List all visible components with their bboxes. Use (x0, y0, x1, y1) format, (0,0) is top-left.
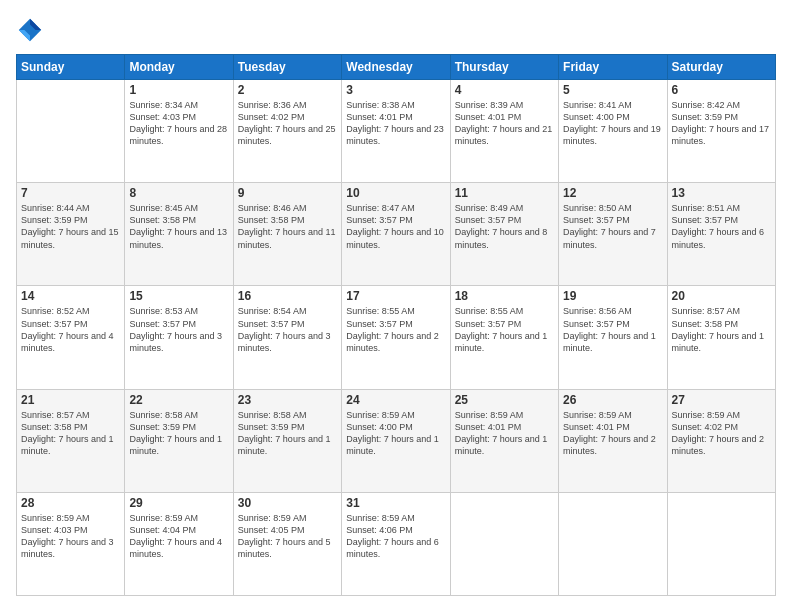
day-number: 21 (21, 393, 120, 407)
calendar-cell: 19Sunrise: 8:56 AM Sunset: 3:57 PM Dayli… (559, 286, 667, 389)
day-number: 1 (129, 83, 228, 97)
day-number: 4 (455, 83, 554, 97)
day-number: 8 (129, 186, 228, 200)
day-number: 26 (563, 393, 662, 407)
week-row-2: 14Sunrise: 8:52 AM Sunset: 3:57 PM Dayli… (17, 286, 776, 389)
calendar-cell: 5Sunrise: 8:41 AM Sunset: 4:00 PM Daylig… (559, 80, 667, 183)
calendar-cell: 28Sunrise: 8:59 AM Sunset: 4:03 PM Dayli… (17, 492, 125, 595)
day-number: 27 (672, 393, 771, 407)
day-number: 23 (238, 393, 337, 407)
cell-info: Sunrise: 8:39 AM Sunset: 4:01 PM Dayligh… (455, 99, 554, 148)
calendar-cell: 18Sunrise: 8:55 AM Sunset: 3:57 PM Dayli… (450, 286, 558, 389)
week-row-1: 7Sunrise: 8:44 AM Sunset: 3:59 PM Daylig… (17, 183, 776, 286)
weekday-header-saturday: Saturday (667, 55, 775, 80)
calendar-cell: 1Sunrise: 8:34 AM Sunset: 4:03 PM Daylig… (125, 80, 233, 183)
cell-info: Sunrise: 8:52 AM Sunset: 3:57 PM Dayligh… (21, 305, 120, 354)
calendar-cell: 11Sunrise: 8:49 AM Sunset: 3:57 PM Dayli… (450, 183, 558, 286)
cell-info: Sunrise: 8:50 AM Sunset: 3:57 PM Dayligh… (563, 202, 662, 251)
cell-info: Sunrise: 8:59 AM Sunset: 4:00 PM Dayligh… (346, 409, 445, 458)
cell-info: Sunrise: 8:45 AM Sunset: 3:58 PM Dayligh… (129, 202, 228, 251)
weekday-header-wednesday: Wednesday (342, 55, 450, 80)
calendar-cell: 29Sunrise: 8:59 AM Sunset: 4:04 PM Dayli… (125, 492, 233, 595)
weekday-header-thursday: Thursday (450, 55, 558, 80)
weekday-header-row: SundayMondayTuesdayWednesdayThursdayFrid… (17, 55, 776, 80)
day-number: 10 (346, 186, 445, 200)
calendar-cell: 15Sunrise: 8:53 AM Sunset: 3:57 PM Dayli… (125, 286, 233, 389)
cell-info: Sunrise: 8:59 AM Sunset: 4:03 PM Dayligh… (21, 512, 120, 561)
day-number: 22 (129, 393, 228, 407)
day-number: 9 (238, 186, 337, 200)
calendar-cell: 31Sunrise: 8:59 AM Sunset: 4:06 PM Dayli… (342, 492, 450, 595)
calendar-cell: 2Sunrise: 8:36 AM Sunset: 4:02 PM Daylig… (233, 80, 341, 183)
week-row-4: 28Sunrise: 8:59 AM Sunset: 4:03 PM Dayli… (17, 492, 776, 595)
cell-info: Sunrise: 8:59 AM Sunset: 4:05 PM Dayligh… (238, 512, 337, 561)
cell-info: Sunrise: 8:58 AM Sunset: 3:59 PM Dayligh… (238, 409, 337, 458)
calendar-cell: 7Sunrise: 8:44 AM Sunset: 3:59 PM Daylig… (17, 183, 125, 286)
calendar-cell: 17Sunrise: 8:55 AM Sunset: 3:57 PM Dayli… (342, 286, 450, 389)
weekday-header-friday: Friday (559, 55, 667, 80)
cell-info: Sunrise: 8:53 AM Sunset: 3:57 PM Dayligh… (129, 305, 228, 354)
cell-info: Sunrise: 8:59 AM Sunset: 4:02 PM Dayligh… (672, 409, 771, 458)
logo (16, 16, 46, 44)
calendar-cell: 23Sunrise: 8:58 AM Sunset: 3:59 PM Dayli… (233, 389, 341, 492)
day-number: 28 (21, 496, 120, 510)
calendar-cell: 8Sunrise: 8:45 AM Sunset: 3:58 PM Daylig… (125, 183, 233, 286)
cell-info: Sunrise: 8:44 AM Sunset: 3:59 PM Dayligh… (21, 202, 120, 251)
cell-info: Sunrise: 8:59 AM Sunset: 4:01 PM Dayligh… (563, 409, 662, 458)
day-number: 31 (346, 496, 445, 510)
cell-info: Sunrise: 8:58 AM Sunset: 3:59 PM Dayligh… (129, 409, 228, 458)
day-number: 6 (672, 83, 771, 97)
calendar-cell: 25Sunrise: 8:59 AM Sunset: 4:01 PM Dayli… (450, 389, 558, 492)
cell-info: Sunrise: 8:57 AM Sunset: 3:58 PM Dayligh… (672, 305, 771, 354)
cell-info: Sunrise: 8:46 AM Sunset: 3:58 PM Dayligh… (238, 202, 337, 251)
calendar-cell: 24Sunrise: 8:59 AM Sunset: 4:00 PM Dayli… (342, 389, 450, 492)
day-number: 15 (129, 289, 228, 303)
weekday-header-sunday: Sunday (17, 55, 125, 80)
day-number: 20 (672, 289, 771, 303)
day-number: 29 (129, 496, 228, 510)
cell-info: Sunrise: 8:38 AM Sunset: 4:01 PM Dayligh… (346, 99, 445, 148)
logo-icon (16, 16, 44, 44)
day-number: 30 (238, 496, 337, 510)
cell-info: Sunrise: 8:47 AM Sunset: 3:57 PM Dayligh… (346, 202, 445, 251)
day-number: 7 (21, 186, 120, 200)
day-number: 17 (346, 289, 445, 303)
calendar-cell: 12Sunrise: 8:50 AM Sunset: 3:57 PM Dayli… (559, 183, 667, 286)
weekday-header-tuesday: Tuesday (233, 55, 341, 80)
calendar-table: SundayMondayTuesdayWednesdayThursdayFrid… (16, 54, 776, 596)
day-number: 18 (455, 289, 554, 303)
day-number: 5 (563, 83, 662, 97)
calendar-cell: 14Sunrise: 8:52 AM Sunset: 3:57 PM Dayli… (17, 286, 125, 389)
cell-info: Sunrise: 8:49 AM Sunset: 3:57 PM Dayligh… (455, 202, 554, 251)
calendar-cell: 13Sunrise: 8:51 AM Sunset: 3:57 PM Dayli… (667, 183, 775, 286)
day-number: 12 (563, 186, 662, 200)
cell-info: Sunrise: 8:57 AM Sunset: 3:58 PM Dayligh… (21, 409, 120, 458)
calendar-cell: 26Sunrise: 8:59 AM Sunset: 4:01 PM Dayli… (559, 389, 667, 492)
cell-info: Sunrise: 8:51 AM Sunset: 3:57 PM Dayligh… (672, 202, 771, 251)
calendar-cell: 30Sunrise: 8:59 AM Sunset: 4:05 PM Dayli… (233, 492, 341, 595)
cell-info: Sunrise: 8:59 AM Sunset: 4:01 PM Dayligh… (455, 409, 554, 458)
day-number: 24 (346, 393, 445, 407)
calendar-cell: 20Sunrise: 8:57 AM Sunset: 3:58 PM Dayli… (667, 286, 775, 389)
day-number: 25 (455, 393, 554, 407)
calendar-cell (450, 492, 558, 595)
calendar-cell: 16Sunrise: 8:54 AM Sunset: 3:57 PM Dayli… (233, 286, 341, 389)
calendar-cell: 4Sunrise: 8:39 AM Sunset: 4:01 PM Daylig… (450, 80, 558, 183)
day-number: 3 (346, 83, 445, 97)
week-row-3: 21Sunrise: 8:57 AM Sunset: 3:58 PM Dayli… (17, 389, 776, 492)
day-number: 13 (672, 186, 771, 200)
calendar-cell (17, 80, 125, 183)
calendar-cell: 10Sunrise: 8:47 AM Sunset: 3:57 PM Dayli… (342, 183, 450, 286)
page: SundayMondayTuesdayWednesdayThursdayFrid… (0, 0, 792, 612)
week-row-0: 1Sunrise: 8:34 AM Sunset: 4:03 PM Daylig… (17, 80, 776, 183)
header (16, 16, 776, 44)
cell-info: Sunrise: 8:55 AM Sunset: 3:57 PM Dayligh… (346, 305, 445, 354)
cell-info: Sunrise: 8:56 AM Sunset: 3:57 PM Dayligh… (563, 305, 662, 354)
day-number: 19 (563, 289, 662, 303)
weekday-header-monday: Monday (125, 55, 233, 80)
cell-info: Sunrise: 8:36 AM Sunset: 4:02 PM Dayligh… (238, 99, 337, 148)
cell-info: Sunrise: 8:55 AM Sunset: 3:57 PM Dayligh… (455, 305, 554, 354)
calendar-cell: 6Sunrise: 8:42 AM Sunset: 3:59 PM Daylig… (667, 80, 775, 183)
calendar-cell: 9Sunrise: 8:46 AM Sunset: 3:58 PM Daylig… (233, 183, 341, 286)
cell-info: Sunrise: 8:41 AM Sunset: 4:00 PM Dayligh… (563, 99, 662, 148)
